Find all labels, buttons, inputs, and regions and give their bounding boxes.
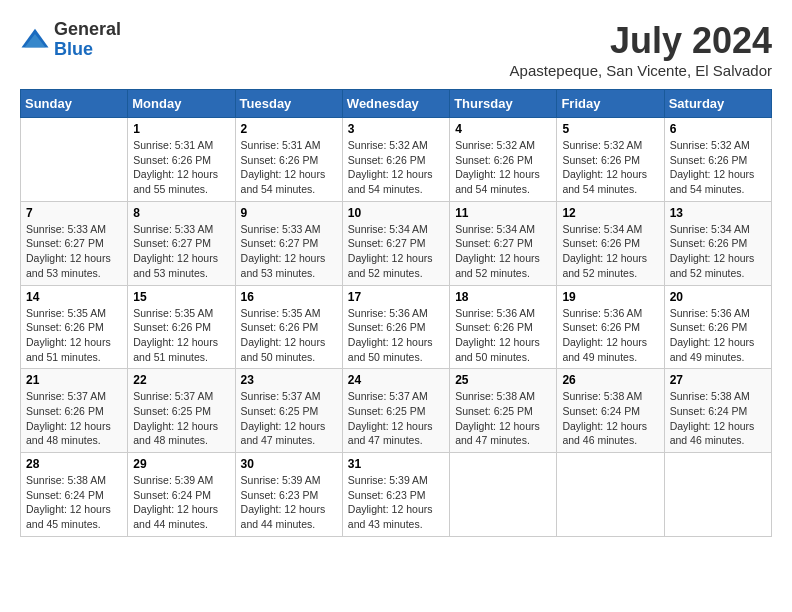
day-info: Sunrise: 5:38 AM Sunset: 6:24 PM Dayligh… xyxy=(670,389,766,448)
logo: General Blue xyxy=(20,20,121,60)
weekday-header-wednesday: Wednesday xyxy=(342,90,449,118)
day-info: Sunrise: 5:36 AM Sunset: 6:26 PM Dayligh… xyxy=(670,306,766,365)
calendar-day-cell xyxy=(664,453,771,537)
calendar-day-cell: 2Sunrise: 5:31 AM Sunset: 6:26 PM Daylig… xyxy=(235,118,342,202)
day-info: Sunrise: 5:39 AM Sunset: 6:24 PM Dayligh… xyxy=(133,473,229,532)
calendar-day-cell: 24Sunrise: 5:37 AM Sunset: 6:25 PM Dayli… xyxy=(342,369,449,453)
day-number: 6 xyxy=(670,122,766,136)
day-info: Sunrise: 5:34 AM Sunset: 6:27 PM Dayligh… xyxy=(455,222,551,281)
day-info: Sunrise: 5:31 AM Sunset: 6:26 PM Dayligh… xyxy=(133,138,229,197)
calendar-day-cell: 13Sunrise: 5:34 AM Sunset: 6:26 PM Dayli… xyxy=(664,201,771,285)
calendar-week-row: 7Sunrise: 5:33 AM Sunset: 6:27 PM Daylig… xyxy=(21,201,772,285)
calendar-day-cell: 15Sunrise: 5:35 AM Sunset: 6:26 PM Dayli… xyxy=(128,285,235,369)
day-info: Sunrise: 5:37 AM Sunset: 6:26 PM Dayligh… xyxy=(26,389,122,448)
title-block: July 2024 Apastepeque, San Vicente, El S… xyxy=(510,20,772,79)
day-number: 3 xyxy=(348,122,444,136)
calendar-table: SundayMondayTuesdayWednesdayThursdayFrid… xyxy=(20,89,772,537)
calendar-day-cell: 28Sunrise: 5:38 AM Sunset: 6:24 PM Dayli… xyxy=(21,453,128,537)
day-info: Sunrise: 5:34 AM Sunset: 6:26 PM Dayligh… xyxy=(562,222,658,281)
calendar-day-cell: 17Sunrise: 5:36 AM Sunset: 6:26 PM Dayli… xyxy=(342,285,449,369)
weekday-header-row: SundayMondayTuesdayWednesdayThursdayFrid… xyxy=(21,90,772,118)
calendar-day-cell: 31Sunrise: 5:39 AM Sunset: 6:23 PM Dayli… xyxy=(342,453,449,537)
day-number: 19 xyxy=(562,290,658,304)
day-number: 1 xyxy=(133,122,229,136)
calendar-day-cell: 22Sunrise: 5:37 AM Sunset: 6:25 PM Dayli… xyxy=(128,369,235,453)
calendar-body: 1Sunrise: 5:31 AM Sunset: 6:26 PM Daylig… xyxy=(21,118,772,537)
day-info: Sunrise: 5:34 AM Sunset: 6:27 PM Dayligh… xyxy=(348,222,444,281)
day-number: 21 xyxy=(26,373,122,387)
day-number: 28 xyxy=(26,457,122,471)
day-number: 5 xyxy=(562,122,658,136)
calendar-week-row: 21Sunrise: 5:37 AM Sunset: 6:26 PM Dayli… xyxy=(21,369,772,453)
day-number: 31 xyxy=(348,457,444,471)
page-header: General Blue July 2024 Apastepeque, San … xyxy=(20,20,772,79)
weekday-header-tuesday: Tuesday xyxy=(235,90,342,118)
day-info: Sunrise: 5:33 AM Sunset: 6:27 PM Dayligh… xyxy=(26,222,122,281)
day-number: 8 xyxy=(133,206,229,220)
calendar-day-cell: 5Sunrise: 5:32 AM Sunset: 6:26 PM Daylig… xyxy=(557,118,664,202)
day-info: Sunrise: 5:35 AM Sunset: 6:26 PM Dayligh… xyxy=(133,306,229,365)
calendar-day-cell: 7Sunrise: 5:33 AM Sunset: 6:27 PM Daylig… xyxy=(21,201,128,285)
day-info: Sunrise: 5:37 AM Sunset: 6:25 PM Dayligh… xyxy=(241,389,337,448)
day-info: Sunrise: 5:39 AM Sunset: 6:23 PM Dayligh… xyxy=(241,473,337,532)
day-number: 11 xyxy=(455,206,551,220)
calendar-day-cell: 11Sunrise: 5:34 AM Sunset: 6:27 PM Dayli… xyxy=(450,201,557,285)
day-info: Sunrise: 5:39 AM Sunset: 6:23 PM Dayligh… xyxy=(348,473,444,532)
day-info: Sunrise: 5:38 AM Sunset: 6:25 PM Dayligh… xyxy=(455,389,551,448)
calendar-day-cell: 3Sunrise: 5:32 AM Sunset: 6:26 PM Daylig… xyxy=(342,118,449,202)
day-info: Sunrise: 5:35 AM Sunset: 6:26 PM Dayligh… xyxy=(26,306,122,365)
calendar-week-row: 14Sunrise: 5:35 AM Sunset: 6:26 PM Dayli… xyxy=(21,285,772,369)
month-year-title: July 2024 xyxy=(510,20,772,62)
calendar-day-cell: 30Sunrise: 5:39 AM Sunset: 6:23 PM Dayli… xyxy=(235,453,342,537)
calendar-header: SundayMondayTuesdayWednesdayThursdayFrid… xyxy=(21,90,772,118)
weekday-header-thursday: Thursday xyxy=(450,90,557,118)
day-number: 24 xyxy=(348,373,444,387)
logo-icon xyxy=(20,25,50,55)
day-number: 30 xyxy=(241,457,337,471)
calendar-day-cell: 9Sunrise: 5:33 AM Sunset: 6:27 PM Daylig… xyxy=(235,201,342,285)
day-number: 20 xyxy=(670,290,766,304)
location-subtitle: Apastepeque, San Vicente, El Salvador xyxy=(510,62,772,79)
calendar-day-cell: 29Sunrise: 5:39 AM Sunset: 6:24 PM Dayli… xyxy=(128,453,235,537)
day-number: 4 xyxy=(455,122,551,136)
day-info: Sunrise: 5:38 AM Sunset: 6:24 PM Dayligh… xyxy=(26,473,122,532)
day-info: Sunrise: 5:32 AM Sunset: 6:26 PM Dayligh… xyxy=(562,138,658,197)
day-info: Sunrise: 5:32 AM Sunset: 6:26 PM Dayligh… xyxy=(455,138,551,197)
day-number: 14 xyxy=(26,290,122,304)
day-number: 7 xyxy=(26,206,122,220)
calendar-day-cell xyxy=(450,453,557,537)
day-number: 16 xyxy=(241,290,337,304)
calendar-day-cell: 23Sunrise: 5:37 AM Sunset: 6:25 PM Dayli… xyxy=(235,369,342,453)
day-number: 12 xyxy=(562,206,658,220)
logo-blue-text: Blue xyxy=(54,40,121,60)
calendar-day-cell: 10Sunrise: 5:34 AM Sunset: 6:27 PM Dayli… xyxy=(342,201,449,285)
calendar-week-row: 1Sunrise: 5:31 AM Sunset: 6:26 PM Daylig… xyxy=(21,118,772,202)
day-number: 18 xyxy=(455,290,551,304)
calendar-week-row: 28Sunrise: 5:38 AM Sunset: 6:24 PM Dayli… xyxy=(21,453,772,537)
day-number: 10 xyxy=(348,206,444,220)
weekday-header-friday: Friday xyxy=(557,90,664,118)
day-info: Sunrise: 5:37 AM Sunset: 6:25 PM Dayligh… xyxy=(133,389,229,448)
day-info: Sunrise: 5:36 AM Sunset: 6:26 PM Dayligh… xyxy=(455,306,551,365)
day-number: 15 xyxy=(133,290,229,304)
calendar-day-cell: 20Sunrise: 5:36 AM Sunset: 6:26 PM Dayli… xyxy=(664,285,771,369)
day-info: Sunrise: 5:34 AM Sunset: 6:26 PM Dayligh… xyxy=(670,222,766,281)
day-number: 25 xyxy=(455,373,551,387)
day-info: Sunrise: 5:33 AM Sunset: 6:27 PM Dayligh… xyxy=(133,222,229,281)
calendar-day-cell: 18Sunrise: 5:36 AM Sunset: 6:26 PM Dayli… xyxy=(450,285,557,369)
calendar-day-cell: 6Sunrise: 5:32 AM Sunset: 6:26 PM Daylig… xyxy=(664,118,771,202)
calendar-day-cell: 25Sunrise: 5:38 AM Sunset: 6:25 PM Dayli… xyxy=(450,369,557,453)
calendar-day-cell: 16Sunrise: 5:35 AM Sunset: 6:26 PM Dayli… xyxy=(235,285,342,369)
day-number: 29 xyxy=(133,457,229,471)
calendar-day-cell: 27Sunrise: 5:38 AM Sunset: 6:24 PM Dayli… xyxy=(664,369,771,453)
calendar-day-cell: 4Sunrise: 5:32 AM Sunset: 6:26 PM Daylig… xyxy=(450,118,557,202)
calendar-day-cell: 26Sunrise: 5:38 AM Sunset: 6:24 PM Dayli… xyxy=(557,369,664,453)
day-number: 9 xyxy=(241,206,337,220)
day-info: Sunrise: 5:36 AM Sunset: 6:26 PM Dayligh… xyxy=(562,306,658,365)
calendar-day-cell xyxy=(21,118,128,202)
calendar-day-cell xyxy=(557,453,664,537)
day-info: Sunrise: 5:32 AM Sunset: 6:26 PM Dayligh… xyxy=(348,138,444,197)
weekday-header-sunday: Sunday xyxy=(21,90,128,118)
day-number: 26 xyxy=(562,373,658,387)
calendar-day-cell: 21Sunrise: 5:37 AM Sunset: 6:26 PM Dayli… xyxy=(21,369,128,453)
